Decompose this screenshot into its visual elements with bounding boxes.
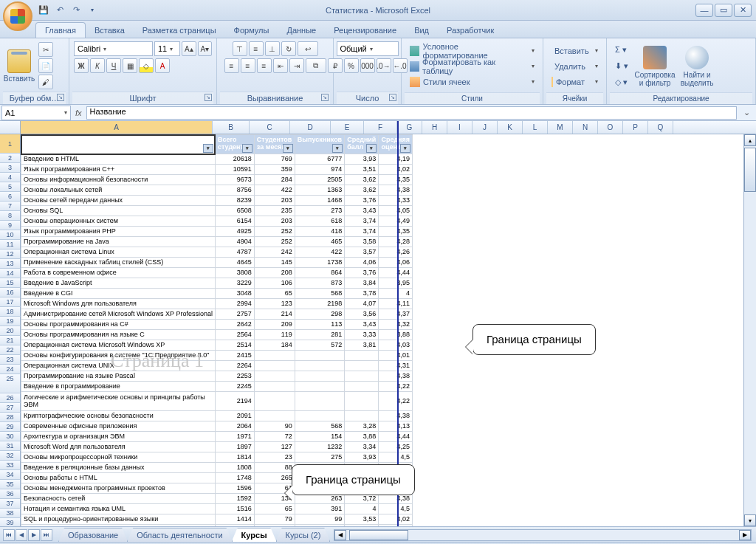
cell[interactable]: Основы программирования на языке С	[21, 330, 216, 340]
table-header[interactable]: Выпускников	[295, 135, 344, 154]
cell[interactable]: 99	[295, 514, 344, 525]
cell[interactable]: 4,03	[379, 340, 413, 351]
row-header-35[interactable]: 35	[0, 480, 21, 489]
sheet-tab-0[interactable]: Образование	[58, 528, 128, 542]
cell[interactable]: 4,07	[345, 299, 379, 309]
row-header-24[interactable]: 24	[0, 365, 21, 374]
cell[interactable]: 23	[254, 452, 295, 463]
cell[interactable]: 4,49	[379, 216, 413, 227]
ribbon-tab-7[interactable]: Разработчик	[438, 23, 503, 38]
decrease-indent-button[interactable]: ⇤	[273, 58, 288, 73]
cell[interactable]: 4,02	[379, 514, 413, 525]
row-header-27[interactable]: 27	[0, 403, 21, 413]
row-header-38[interactable]: 38	[0, 509, 21, 518]
cell[interactable]: 1516	[215, 504, 254, 514]
cell[interactable]	[254, 361, 295, 371]
row-header-17[interactable]: 17	[0, 297, 21, 307]
cell[interactable]	[295, 411, 344, 421]
cell[interactable]: 8756	[215, 185, 254, 196]
col-header-J[interactable]: J	[472, 121, 498, 134]
cell-styles-button[interactable]: Стили ячеек	[405, 75, 540, 89]
comma-button[interactable]: 000	[360, 58, 375, 73]
row-header-18[interactable]: 18	[0, 307, 21, 317]
cell[interactable]: Основы конфигурирования в системе "1С:Пр…	[21, 351, 216, 361]
cell[interactable]: 572	[295, 340, 344, 351]
row-header-25[interactable]: 25	[0, 374, 21, 393]
row-header-30[interactable]: 30	[0, 432, 21, 441]
cell[interactable]: Нотация и семантика языка UML	[21, 504, 216, 514]
cell[interactable]: 4,44	[379, 432, 413, 442]
cell[interactable]: 4,25	[379, 442, 413, 452]
cell[interactable]: 359	[254, 165, 295, 175]
cell[interactable]: 3,57	[345, 247, 379, 258]
cell[interactable]: Программирование на языке Pascal	[21, 371, 216, 382]
insert-cells-button[interactable]: Вставить	[546, 44, 603, 58]
cell[interactable]: Безопасность сетей	[21, 494, 216, 504]
row-header-3[interactable]: 3	[0, 163, 21, 173]
format-cells-button[interactable]: Формат	[546, 75, 603, 89]
cell[interactable]: 2194	[215, 392, 254, 411]
row-header-16[interactable]: 16	[0, 288, 21, 297]
col-header-M[interactable]: M	[548, 121, 573, 134]
cell[interactable]: 2757	[215, 309, 254, 320]
cell[interactable]: Архитектура и организация ЭВМ	[21, 432, 216, 442]
alignment-dialog-icon[interactable]: ↘	[321, 94, 329, 101]
cell[interactable]: 3,88	[345, 432, 379, 442]
cell[interactable]: 72	[254, 432, 295, 442]
font-size-combo[interactable]: 11▾	[154, 41, 180, 56]
cell[interactable]: Введение в реляционные базы данных	[21, 463, 216, 473]
cell[interactable]: 1468	[295, 196, 344, 206]
qat-save-icon[interactable]: 💾	[37, 4, 50, 17]
shrink-font-button[interactable]: A▾	[198, 41, 212, 56]
bold-button[interactable]: Ж	[74, 58, 89, 73]
conditional-formatting-button[interactable]: Условное форматирование	[405, 44, 540, 58]
font-dialog-icon[interactable]: ↘	[205, 94, 212, 101]
cell[interactable]: 10591	[215, 165, 254, 175]
cell[interactable]: 284	[254, 175, 295, 185]
cell[interactable]: 4,06	[345, 258, 379, 268]
row-header-13[interactable]: 13	[0, 259, 21, 269]
scroll-down-button[interactable]: ▾	[744, 514, 756, 526]
cell[interactable]: 1738	[295, 258, 344, 268]
cell[interactable]: Логические и арифметические основы и при…	[21, 392, 216, 411]
cell[interactable]	[295, 351, 344, 361]
row-header-4[interactable]: 4	[0, 173, 21, 182]
cell[interactable]: 4,38	[379, 371, 413, 382]
cell[interactable]: 127	[254, 442, 295, 452]
row-header-33[interactable]: 33	[0, 461, 21, 470]
vertical-scrollbar[interactable]: ▴ ▾	[743, 134, 756, 526]
cell[interactable]: 1971	[215, 432, 254, 442]
cell[interactable]: 9673	[215, 175, 254, 185]
cell[interactable]: 6154	[215, 216, 254, 227]
cell[interactable]: 298	[295, 309, 344, 320]
cell[interactable]	[254, 392, 295, 411]
scroll-up-button[interactable]: ▴	[744, 134, 756, 146]
cell[interactable]: 4	[379, 289, 413, 299]
row-header-19[interactable]: 19	[0, 317, 21, 326]
cell[interactable]: 184	[254, 340, 295, 351]
close-button[interactable]: ✕	[734, 4, 752, 17]
cell[interactable]: 3,34	[345, 442, 379, 452]
fill-color-button[interactable]: ◇	[139, 58, 154, 73]
cell[interactable]: Основы работы с HTML	[21, 473, 216, 483]
cell[interactable]: 65	[254, 289, 295, 299]
cell[interactable]	[254, 411, 295, 421]
cell[interactable]: 214	[254, 309, 295, 320]
col-header-F[interactable]: F	[364, 121, 397, 134]
cell[interactable]: Язык программирования C++	[21, 165, 216, 175]
cell[interactable]: 208	[254, 268, 295, 278]
merge-button[interactable]: ⧉	[306, 58, 326, 73]
col-header-N[interactable]: N	[573, 121, 598, 134]
cell[interactable]: 4,38	[379, 525, 413, 527]
ribbon-tab-4[interactable]: Данные	[278, 23, 325, 38]
col-header-D[interactable]: D	[290, 121, 331, 134]
cell[interactable]: 2415	[215, 351, 254, 361]
cut-button[interactable]: ✂	[38, 42, 53, 57]
col-header-L[interactable]: L	[523, 121, 548, 134]
name-box[interactable]: A1▾	[1, 106, 71, 120]
cell[interactable]: 418	[295, 227, 344, 237]
ribbon-tab-0[interactable]: Главная	[35, 22, 86, 38]
cell[interactable]: 3,84	[345, 278, 379, 289]
cell[interactable]: 252	[254, 237, 295, 247]
cell[interactable]: 3229	[215, 278, 254, 289]
